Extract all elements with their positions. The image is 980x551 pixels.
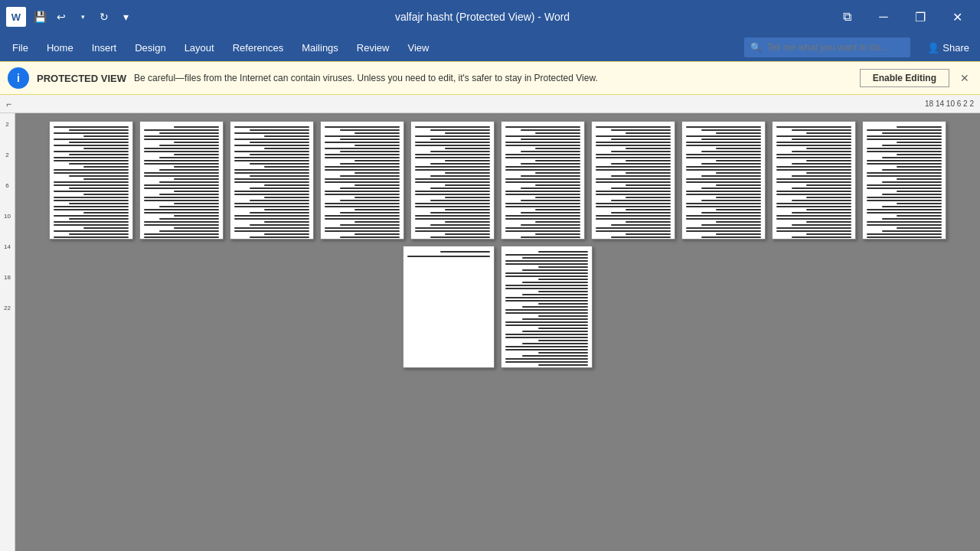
- pages-container: [15, 113, 980, 551]
- pages-row-2: [403, 246, 593, 368]
- page-10[interactable]: [862, 121, 946, 240]
- share-button[interactable]: 👤 Share: [920, 39, 977, 57]
- menu-file[interactable]: File: [3, 37, 38, 58]
- enable-editing-button[interactable]: Enable Editing: [860, 69, 949, 87]
- menu-review[interactable]: Review: [348, 37, 399, 58]
- menu-view[interactable]: View: [398, 37, 438, 58]
- menu-references[interactable]: References: [224, 37, 292, 58]
- page-5[interactable]: [410, 121, 495, 240]
- horizontal-ruler: ⌐ 18 14 10 6 2 2: [0, 95, 980, 113]
- protected-view-message: Be careful—files from the Internet can c…: [134, 73, 852, 83]
- page-6[interactable]: [501, 121, 585, 240]
- protected-view-icon: i: [8, 67, 29, 89]
- page-1[interactable]: [49, 121, 133, 240]
- page-9[interactable]: [772, 121, 856, 240]
- menu-insert[interactable]: Insert: [83, 37, 126, 58]
- menu-design[interactable]: Design: [126, 37, 175, 58]
- ruler-numbers: 18 14 10 6 2 2: [925, 95, 974, 112]
- menu-layout[interactable]: Layout: [175, 37, 224, 58]
- window-title: valfajr hasht (Protected View) - Word: [135, 11, 830, 23]
- page-8[interactable]: [681, 121, 766, 240]
- pages-row-1: [49, 121, 946, 240]
- title-bar: W 💾 ↩ ▾ ↻ ▾ valfajr hasht (Protected Vie…: [0, 0, 980, 34]
- undo-dropdown-icon[interactable]: ▾: [74, 8, 92, 26]
- quick-access-toolbar: 💾 ↩ ▾ ↻ ▾: [31, 8, 135, 26]
- protected-view-bar: i PROTECTED VIEW Be careful—files from t…: [0, 61, 980, 95]
- window-controls: ⧉ ─ ❐ ✕: [830, 5, 974, 28]
- search-icon: 🔍: [750, 42, 762, 53]
- protected-view-close-icon[interactable]: ✕: [957, 69, 972, 87]
- menu-mailings[interactable]: Mailings: [292, 37, 348, 58]
- page-7[interactable]: [591, 121, 675, 240]
- protected-view-label: PROTECTED VIEW: [37, 73, 126, 84]
- page-2[interactable]: [139, 121, 224, 240]
- page-4[interactable]: [320, 121, 404, 240]
- share-label: Share: [942, 42, 969, 54]
- vertical-ruler: 2 2 6 10 14 18 22: [0, 113, 15, 551]
- customize-qa-icon[interactable]: ▾: [116, 8, 135, 26]
- restore-down-icon[interactable]: ⧉: [830, 5, 864, 28]
- title-bar-left: W 💾 ↩ ▾ ↻ ▾: [6, 7, 135, 27]
- page-12[interactable]: [501, 246, 593, 368]
- undo-icon[interactable]: ↩: [52, 8, 70, 26]
- close-button[interactable]: ✕: [940, 5, 974, 28]
- search-input[interactable]: [766, 42, 904, 53]
- document-area: 2 2 6 10 14 18 22: [0, 113, 980, 551]
- search-box[interactable]: 🔍: [744, 37, 910, 57]
- redo-icon[interactable]: ↻: [95, 8, 113, 26]
- menu-home[interactable]: Home: [38, 37, 83, 58]
- share-icon: 👤: [927, 42, 939, 54]
- page-3[interactable]: [230, 121, 314, 240]
- page-11[interactable]: [403, 246, 495, 368]
- save-icon[interactable]: 💾: [31, 8, 49, 26]
- maximize-button[interactable]: ❐: [903, 5, 937, 28]
- margin-icon: ⌐: [6, 99, 11, 109]
- menu-bar: File Home Insert Design Layout Reference…: [0, 34, 980, 61]
- word-icon: W: [6, 7, 26, 27]
- minimize-button[interactable]: ─: [867, 5, 900, 28]
